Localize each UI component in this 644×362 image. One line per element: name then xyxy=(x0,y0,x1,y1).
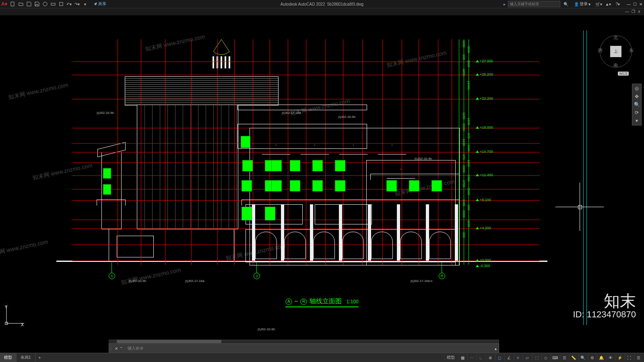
login-button[interactable]: 👤登录▾ xyxy=(574,1,590,7)
cart-icon[interactable]: 🛒▾ xyxy=(595,0,602,8)
ortho-icon[interactable]: ∟ xyxy=(477,354,485,361)
osnap-icon[interactable]: ◻ xyxy=(495,354,504,361)
search-input[interactable]: 键入关键字或短语 xyxy=(508,1,560,7)
dimension-value: 1200 xyxy=(467,160,471,167)
polar-icon[interactable]: ⊕ xyxy=(486,354,494,361)
cmdline-prompt: 键入命令 xyxy=(126,346,492,351)
dyninput-icon[interactable]: ⌨ xyxy=(551,354,559,361)
tab-model[interactable]: 模型 xyxy=(0,353,17,362)
scrollbar-thumb[interactable] xyxy=(117,340,221,343)
otrack-icon[interactable]: ∠ xyxy=(504,354,513,361)
brand-watermark: 知末 ID: 1123470870 xyxy=(573,292,636,319)
redo-icon[interactable]: ↷▾ xyxy=(74,0,81,8)
cmdline-close-icon[interactable]: ✕ xyxy=(113,346,120,351)
drawing-title: A ~ R 轴线立面图 1:100 xyxy=(285,297,358,307)
file-tab-row: — ❐ x xyxy=(0,8,644,16)
help-icon[interactable]: ?▾ xyxy=(614,0,621,8)
nav-wheel-icon[interactable]: ◎ xyxy=(635,86,639,91)
quickprops-icon[interactable]: ☰ xyxy=(560,354,568,361)
grid-toggle-icon[interactable]: ▦ xyxy=(458,354,466,361)
dimension-value: 2700 xyxy=(462,180,466,187)
search-icon[interactable]: 🔍 xyxy=(562,0,570,8)
saveas-icon[interactable] xyxy=(33,0,41,8)
arch xyxy=(255,232,277,259)
print-icon[interactable] xyxy=(58,0,65,8)
drawing-close-button[interactable]: x xyxy=(637,9,642,14)
nav-more-icon[interactable]: ▾ xyxy=(636,118,638,123)
add-layout-button[interactable]: + xyxy=(35,356,44,360)
selection-cycling-icon[interactable]: ⬚ xyxy=(532,354,541,361)
login-dropdown-icon: ▾ xyxy=(588,2,590,6)
drawing-canvas[interactable]: 知末网 www.znzmo.com 知末网 www.znzmo.com 知末网 … xyxy=(0,15,644,343)
nav-pan-icon[interactable]: ✥ xyxy=(635,94,639,99)
maximize-button[interactable]: ☐ xyxy=(633,2,637,6)
callout-label: (i)J02-10-9b xyxy=(129,279,146,283)
level-marker: ±0.000 xyxy=(476,258,491,262)
window-title: Autodesk AutoCAD 2022 5b28601dca8f3.dwg xyxy=(281,2,363,6)
viewcube[interactable]: 上 北 南 西 东 xyxy=(600,35,632,68)
window-controls: — ☐ ✕ xyxy=(627,2,642,6)
viewcube-north[interactable]: 北 xyxy=(613,35,618,41)
plot-icon[interactable] xyxy=(50,0,57,8)
column xyxy=(455,204,458,261)
nav-orbit-icon[interactable]: ⟳ xyxy=(635,110,639,115)
crosshair-cursor xyxy=(555,183,604,231)
workspace-icon[interactable]: ⚙ xyxy=(588,354,596,361)
share-button[interactable]: 共享 xyxy=(93,1,106,7)
viewcube-west[interactable]: 西 xyxy=(598,47,603,53)
column xyxy=(310,204,313,261)
undo-icon[interactable]: ↶▾ xyxy=(66,0,73,8)
viewcube-top[interactable]: 上 xyxy=(610,46,621,57)
customize-icon[interactable]: ☰ xyxy=(634,354,642,361)
axis-bubble: R xyxy=(439,273,445,279)
drawing-restore-button[interactable]: ❐ xyxy=(631,9,636,14)
dimension-value: 4200 xyxy=(462,69,466,76)
tab-layout1[interactable]: 布局1 xyxy=(17,353,35,362)
cmdline-grip-icon[interactable]: ⋮ xyxy=(109,346,113,351)
column xyxy=(368,204,371,261)
window xyxy=(312,160,323,171)
qat-dropdown-icon[interactable]: ▾ xyxy=(82,0,89,8)
save-icon[interactable] xyxy=(25,0,33,8)
snapmode-icon[interactable]: ⋯ xyxy=(467,354,476,361)
minimize-button[interactable]: — xyxy=(627,2,631,6)
building-mass xyxy=(237,105,367,110)
wcs-badge[interactable]: WCS xyxy=(618,72,629,76)
transparency-icon[interactable]: ▱ xyxy=(523,354,531,361)
louver-roof xyxy=(125,76,279,105)
window xyxy=(271,160,282,171)
command-line[interactable]: ⋮ ✕ ⌃ 键入命令 ▴ xyxy=(109,343,499,353)
app-logo-icon[interactable]: A▾ xyxy=(1,1,7,7)
cmdline-history-icon[interactable]: ⌃ xyxy=(120,346,126,351)
annotation-monitor-icon[interactable]: 🔔 xyxy=(597,354,605,361)
axis-label-r: R xyxy=(301,298,307,305)
close-button[interactable]: ✕ xyxy=(639,2,642,6)
isolate-icon[interactable]: 👁 xyxy=(606,354,615,361)
horizontal-scrollbar[interactable] xyxy=(109,339,499,343)
dimension-value: 1130 xyxy=(462,139,466,146)
cleanscreen-icon[interactable]: ⛶ xyxy=(625,354,633,361)
modelspace-toggle[interactable]: 模型 xyxy=(444,354,457,361)
drawing-minimize-button[interactable]: — xyxy=(625,9,630,14)
web-icon[interactable] xyxy=(41,0,49,8)
app-switcher-icon[interactable]: ▲▾ xyxy=(605,0,612,8)
window xyxy=(242,207,252,220)
building-mass xyxy=(315,204,372,224)
title-right-cluster: ▸ 键入关键字或短语 🔍 👤登录▾ 🛒▾ ▲▾ ?▾ — ☐ ✕ xyxy=(504,0,642,8)
cmdline-expand-icon[interactable]: ▴ xyxy=(492,346,499,351)
units-icon[interactable]: 📏 xyxy=(569,354,578,361)
viewcube-east[interactable]: 东 xyxy=(629,47,634,53)
grid-line-h xyxy=(72,99,539,99)
annoscale-icon[interactable]: 🔍 xyxy=(578,354,587,361)
nav-zoom-icon[interactable]: 🔍 xyxy=(634,102,640,107)
open-icon[interactable] xyxy=(17,0,25,8)
hardware-accel-icon[interactable]: ⚡ xyxy=(615,354,624,361)
watermark: 知末网 www.znzmo.com xyxy=(121,267,182,286)
window xyxy=(290,180,300,191)
guide-line xyxy=(586,31,587,325)
dimension-value: 900 xyxy=(467,205,471,210)
viewcube-south[interactable]: 南 xyxy=(613,62,618,68)
new-icon[interactable] xyxy=(9,0,17,8)
3dosnap-icon[interactable]: ◇ xyxy=(541,354,550,361)
lineweight-icon[interactable]: ≡ xyxy=(514,354,522,361)
